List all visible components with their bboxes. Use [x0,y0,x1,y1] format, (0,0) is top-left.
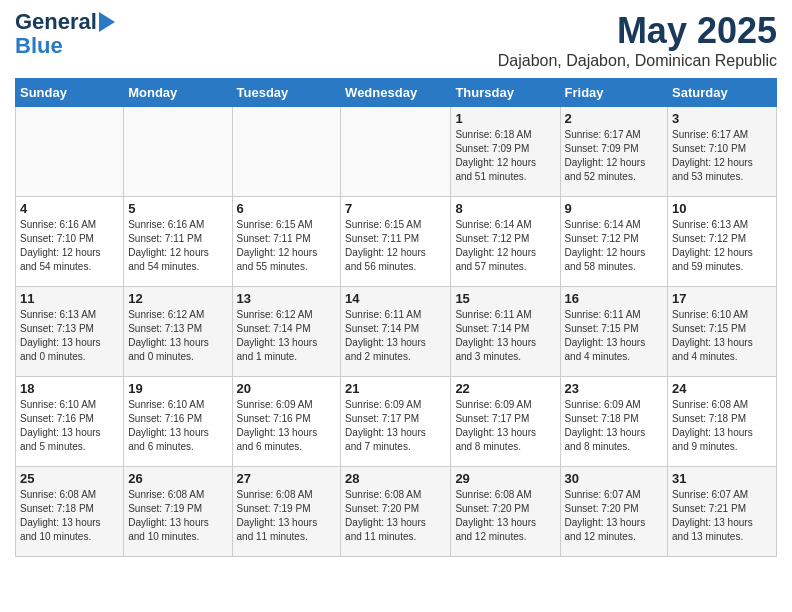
calendar-cell: 25Sunrise: 6:08 AM Sunset: 7:18 PM Dayli… [16,467,124,557]
day-number: 19 [128,381,227,396]
day-number: 31 [672,471,772,486]
day-number: 24 [672,381,772,396]
calendar-cell: 13Sunrise: 6:12 AM Sunset: 7:14 PM Dayli… [232,287,341,377]
day-info: Sunrise: 6:07 AM Sunset: 7:20 PM Dayligh… [565,488,664,544]
day-number: 3 [672,111,772,126]
day-info: Sunrise: 6:09 AM Sunset: 7:17 PM Dayligh… [455,398,555,454]
day-number: 20 [237,381,337,396]
calendar-cell: 12Sunrise: 6:12 AM Sunset: 7:13 PM Dayli… [124,287,232,377]
calendar-week-2: 4Sunrise: 6:16 AM Sunset: 7:10 PM Daylig… [16,197,777,287]
day-number: 15 [455,291,555,306]
day-info: Sunrise: 6:08 AM Sunset: 7:18 PM Dayligh… [672,398,772,454]
calendar-cell: 31Sunrise: 6:07 AM Sunset: 7:21 PM Dayli… [668,467,777,557]
calendar-cell: 29Sunrise: 6:08 AM Sunset: 7:20 PM Dayli… [451,467,560,557]
calendar-cell: 10Sunrise: 6:13 AM Sunset: 7:12 PM Dayli… [668,197,777,287]
day-info: Sunrise: 6:09 AM Sunset: 7:17 PM Dayligh… [345,398,446,454]
calendar-title: May 2025 [498,10,777,52]
header-saturday: Saturday [668,79,777,107]
day-info: Sunrise: 6:17 AM Sunset: 7:10 PM Dayligh… [672,128,772,184]
day-number: 6 [237,201,337,216]
day-info: Sunrise: 6:13 AM Sunset: 7:13 PM Dayligh… [20,308,119,364]
calendar-header-row: SundayMondayTuesdayWednesdayThursdayFrid… [16,79,777,107]
logo-blue: Blue [15,34,63,58]
day-number: 2 [565,111,664,126]
calendar-cell [16,107,124,197]
calendar-cell: 26Sunrise: 6:08 AM Sunset: 7:19 PM Dayli… [124,467,232,557]
calendar-cell: 3Sunrise: 6:17 AM Sunset: 7:10 PM Daylig… [668,107,777,197]
title-block: May 2025 Dajabon, Dajabon, Dominican Rep… [498,10,777,70]
day-info: Sunrise: 6:13 AM Sunset: 7:12 PM Dayligh… [672,218,772,274]
logo-arrow-icon [99,12,115,32]
calendar-cell: 8Sunrise: 6:14 AM Sunset: 7:12 PM Daylig… [451,197,560,287]
header-monday: Monday [124,79,232,107]
day-info: Sunrise: 6:18 AM Sunset: 7:09 PM Dayligh… [455,128,555,184]
calendar-cell: 19Sunrise: 6:10 AM Sunset: 7:16 PM Dayli… [124,377,232,467]
calendar-table: SundayMondayTuesdayWednesdayThursdayFrid… [15,78,777,557]
day-number: 10 [672,201,772,216]
calendar-cell: 1Sunrise: 6:18 AM Sunset: 7:09 PM Daylig… [451,107,560,197]
calendar-cell: 28Sunrise: 6:08 AM Sunset: 7:20 PM Dayli… [341,467,451,557]
day-info: Sunrise: 6:08 AM Sunset: 7:18 PM Dayligh… [20,488,119,544]
calendar-cell: 21Sunrise: 6:09 AM Sunset: 7:17 PM Dayli… [341,377,451,467]
calendar-cell: 9Sunrise: 6:14 AM Sunset: 7:12 PM Daylig… [560,197,668,287]
calendar-cell: 7Sunrise: 6:15 AM Sunset: 7:11 PM Daylig… [341,197,451,287]
calendar-cell: 23Sunrise: 6:09 AM Sunset: 7:18 PM Dayli… [560,377,668,467]
day-number: 16 [565,291,664,306]
calendar-cell: 2Sunrise: 6:17 AM Sunset: 7:09 PM Daylig… [560,107,668,197]
day-number: 8 [455,201,555,216]
day-info: Sunrise: 6:11 AM Sunset: 7:14 PM Dayligh… [345,308,446,364]
calendar-cell: 16Sunrise: 6:11 AM Sunset: 7:15 PM Dayli… [560,287,668,377]
header-wednesday: Wednesday [341,79,451,107]
day-number: 9 [565,201,664,216]
day-number: 17 [672,291,772,306]
day-info: Sunrise: 6:08 AM Sunset: 7:20 PM Dayligh… [345,488,446,544]
day-info: Sunrise: 6:17 AM Sunset: 7:09 PM Dayligh… [565,128,664,184]
day-number: 23 [565,381,664,396]
calendar-cell: 15Sunrise: 6:11 AM Sunset: 7:14 PM Dayli… [451,287,560,377]
day-number: 21 [345,381,446,396]
header-sunday: Sunday [16,79,124,107]
logo: General Blue [15,10,115,58]
day-info: Sunrise: 6:11 AM Sunset: 7:14 PM Dayligh… [455,308,555,364]
calendar-cell: 6Sunrise: 6:15 AM Sunset: 7:11 PM Daylig… [232,197,341,287]
header-tuesday: Tuesday [232,79,341,107]
day-info: Sunrise: 6:09 AM Sunset: 7:16 PM Dayligh… [237,398,337,454]
day-number: 30 [565,471,664,486]
day-number: 5 [128,201,227,216]
calendar-cell: 11Sunrise: 6:13 AM Sunset: 7:13 PM Dayli… [16,287,124,377]
header-thursday: Thursday [451,79,560,107]
day-info: Sunrise: 6:14 AM Sunset: 7:12 PM Dayligh… [565,218,664,274]
day-info: Sunrise: 6:12 AM Sunset: 7:13 PM Dayligh… [128,308,227,364]
page-header: General Blue May 2025 Dajabon, Dajabon, … [15,10,777,70]
day-info: Sunrise: 6:14 AM Sunset: 7:12 PM Dayligh… [455,218,555,274]
header-friday: Friday [560,79,668,107]
calendar-cell: 22Sunrise: 6:09 AM Sunset: 7:17 PM Dayli… [451,377,560,467]
day-info: Sunrise: 6:11 AM Sunset: 7:15 PM Dayligh… [565,308,664,364]
day-number: 26 [128,471,227,486]
day-number: 11 [20,291,119,306]
day-number: 4 [20,201,119,216]
day-info: Sunrise: 6:16 AM Sunset: 7:10 PM Dayligh… [20,218,119,274]
day-number: 13 [237,291,337,306]
calendar-week-3: 11Sunrise: 6:13 AM Sunset: 7:13 PM Dayli… [16,287,777,377]
day-number: 22 [455,381,555,396]
day-info: Sunrise: 6:15 AM Sunset: 7:11 PM Dayligh… [237,218,337,274]
calendar-cell: 24Sunrise: 6:08 AM Sunset: 7:18 PM Dayli… [668,377,777,467]
day-number: 14 [345,291,446,306]
calendar-week-1: 1Sunrise: 6:18 AM Sunset: 7:09 PM Daylig… [16,107,777,197]
calendar-cell: 5Sunrise: 6:16 AM Sunset: 7:11 PM Daylig… [124,197,232,287]
day-info: Sunrise: 6:08 AM Sunset: 7:19 PM Dayligh… [237,488,337,544]
day-info: Sunrise: 6:16 AM Sunset: 7:11 PM Dayligh… [128,218,227,274]
day-info: Sunrise: 6:10 AM Sunset: 7:16 PM Dayligh… [20,398,119,454]
calendar-cell: 4Sunrise: 6:16 AM Sunset: 7:10 PM Daylig… [16,197,124,287]
calendar-cell: 18Sunrise: 6:10 AM Sunset: 7:16 PM Dayli… [16,377,124,467]
calendar-subtitle: Dajabon, Dajabon, Dominican Republic [498,52,777,70]
day-info: Sunrise: 6:10 AM Sunset: 7:15 PM Dayligh… [672,308,772,364]
day-number: 7 [345,201,446,216]
calendar-cell: 17Sunrise: 6:10 AM Sunset: 7:15 PM Dayli… [668,287,777,377]
calendar-cell [232,107,341,197]
day-info: Sunrise: 6:10 AM Sunset: 7:16 PM Dayligh… [128,398,227,454]
calendar-cell: 27Sunrise: 6:08 AM Sunset: 7:19 PM Dayli… [232,467,341,557]
calendar-cell [124,107,232,197]
calendar-week-5: 25Sunrise: 6:08 AM Sunset: 7:18 PM Dayli… [16,467,777,557]
